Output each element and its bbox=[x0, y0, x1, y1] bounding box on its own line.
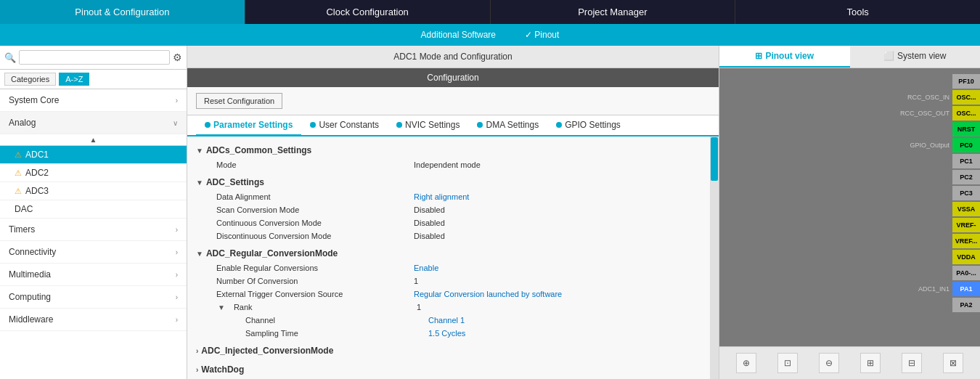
tab-dot-icon bbox=[477, 122, 483, 128]
pin-box-pa1[interactable]: PA1 bbox=[952, 282, 980, 296]
section-header-watchdog[interactable]: › WatchDog bbox=[196, 362, 701, 378]
config-row-mode: Mode Independent mode bbox=[196, 158, 701, 171]
pin-box-vdda[interactable]: VDDA bbox=[952, 250, 980, 264]
right-bottom-toolbar: ⊕ ⊡ ⊖ ⊞ ⊟ ⊠ bbox=[719, 346, 980, 379]
sidebar: 🔍 ⚙ Categories A->Z System Core › Analog… bbox=[0, 46, 187, 379]
row-value: Disabled bbox=[414, 232, 445, 240]
pin-row-osc-out: RCC_OSC_OUT OSC... bbox=[900, 106, 980, 121]
center-panel: ADC1 Mode and Configuration Configuratio… bbox=[187, 46, 719, 379]
pin-row-osc-in: RCC_OSC_IN OSC... bbox=[900, 90, 980, 105]
section-title: ADC_Regular_ConversionMode bbox=[206, 248, 338, 258]
center-scrollbar[interactable] bbox=[710, 136, 719, 379]
pinout-view: PF10 RCC_OSC_IN OSC... RCC_OSC_OUT OSC..… bbox=[719, 68, 980, 346]
pinout-link[interactable]: ✓ Pinout bbox=[525, 30, 559, 40]
export-button-1[interactable]: ⊞ bbox=[860, 353, 881, 373]
section-title: WatchDog bbox=[201, 364, 244, 375]
config-row-ext-trigger: External Trigger Conversion Source Regul… bbox=[196, 288, 701, 301]
more-button[interactable]: ⊠ bbox=[943, 353, 963, 373]
sidebar-item-middleware[interactable]: Middleware › bbox=[0, 309, 187, 331]
nav-tools[interactable]: Tools bbox=[735, 0, 980, 24]
sidebar-item-computing[interactable]: Computing › bbox=[0, 286, 187, 309]
tab-system-view[interactable]: ⬜ System view bbox=[850, 46, 981, 68]
pin-box-pa0[interactable]: PA0-... bbox=[952, 266, 980, 280]
sidebar-item-system-core[interactable]: System Core › bbox=[0, 89, 187, 112]
sidebar-sub-item-label: DAC bbox=[15, 204, 33, 214]
sidebar-sub-item-label: ADC2 bbox=[25, 168, 49, 178]
pin-box-nrst[interactable]: NRST bbox=[952, 122, 980, 136]
row-label: External Trigger Conversion Source bbox=[211, 290, 414, 298]
reset-configuration-button[interactable]: Reset Configuration bbox=[196, 93, 282, 109]
section-title: ADC_Injected_ConversionMode bbox=[201, 346, 333, 356]
sidebar-item-analog[interactable]: Analog ∨ bbox=[0, 112, 187, 134]
tab-gpio-settings[interactable]: GPIO Settings bbox=[547, 115, 629, 136]
row-label: Channel bbox=[240, 316, 428, 325]
tab-dma-settings[interactable]: DMA Settings bbox=[468, 115, 547, 136]
pin-box-pc1[interactable]: PC1 bbox=[952, 154, 980, 168]
sidebar-item-label: Multimedia bbox=[9, 269, 51, 280]
section-header-adc-settings[interactable]: ▼ ADC_Settings bbox=[196, 174, 701, 190]
pin-row-vssa: VSSA bbox=[900, 202, 980, 216]
sidebar-search-bar: 🔍 ⚙ bbox=[0, 46, 187, 70]
pin-box-pa2[interactable]: PA2 bbox=[952, 298, 980, 312]
tab-parameter-settings[interactable]: Parameter Settings bbox=[196, 115, 301, 136]
chip-icon: ⬜ bbox=[883, 51, 894, 61]
pin-box-vssa[interactable]: VSSA bbox=[952, 202, 980, 216]
pin-row-vref-: VREF- bbox=[900, 218, 980, 232]
chevron-right-icon: › bbox=[176, 226, 178, 234]
pin-label: RCC_OSC_OUT bbox=[900, 110, 950, 117]
tab-nvic-settings[interactable]: NVIC Settings bbox=[388, 115, 468, 136]
sidebar-item-dac[interactable]: DAC bbox=[0, 200, 187, 219]
tab-user-constants[interactable]: User Constants bbox=[301, 115, 388, 136]
sidebar-item-adc2[interactable]: ⚠ ADC2 bbox=[0, 164, 187, 182]
pin-box-vref+[interactable]: VREF... bbox=[952, 234, 980, 248]
fit-view-button[interactable]: ⊡ bbox=[777, 353, 798, 373]
sidebar-item-timers[interactable]: Timers › bbox=[0, 219, 187, 241]
section-header-adc-regular[interactable]: ▼ ADC_Regular_ConversionMode bbox=[196, 245, 701, 261]
row-value: Disabled bbox=[414, 205, 445, 214]
tab-categories[interactable]: Categories bbox=[4, 73, 56, 86]
search-input[interactable] bbox=[19, 50, 170, 65]
tab-pinout-view[interactable]: ⊞ Pinout view bbox=[719, 46, 850, 68]
nav-clock[interactable]: Clock Configuration bbox=[245, 0, 491, 24]
tab-az[interactable]: A->Z bbox=[59, 73, 89, 86]
section-header-adc-injected[interactable]: › ADC_Injected_ConversionMode bbox=[196, 343, 701, 359]
sidebar-item-label: Computing bbox=[9, 292, 51, 302]
sidebar-item-multimedia[interactable]: Multimedia › bbox=[0, 264, 187, 286]
section-header-adc-common[interactable]: ▼ ADCs_Common_Settings bbox=[196, 142, 701, 158]
pin-box-osc-in[interactable]: OSC... bbox=[952, 90, 980, 105]
nav-project[interactable]: Project Manager bbox=[491, 0, 736, 24]
sort-up-icon[interactable]: ▲ bbox=[90, 136, 97, 144]
row-label: Number Of Conversion bbox=[211, 277, 414, 285]
main-layout: 🔍 ⚙ Categories A->Z System Core › Analog… bbox=[0, 46, 980, 379]
pin-box-pc2[interactable]: PC2 bbox=[952, 170, 980, 184]
pin-label: ADC1_IN1 bbox=[918, 285, 950, 293]
sidebar-item-adc3[interactable]: ⚠ ADC3 bbox=[0, 182, 187, 200]
nav-pinout[interactable]: Pinout & Configuration bbox=[0, 0, 245, 24]
sidebar-item-adc1[interactable]: ⚠ ADC1 bbox=[0, 146, 187, 164]
pin-box-vref-[interactable]: VREF- bbox=[952, 218, 980, 232]
pin-box-pc0[interactable]: PC0 bbox=[952, 138, 980, 152]
config-row-rank: ▼ Rank 1 bbox=[196, 301, 701, 314]
section-adc-regular: ▼ ADC_Regular_ConversionMode Enable Regu… bbox=[196, 245, 701, 340]
pin-row-pc1: PC1 bbox=[900, 154, 980, 168]
pin-box-pc3[interactable]: PC3 bbox=[952, 186, 980, 200]
config-toolbar: Reset Configuration bbox=[187, 87, 719, 115]
zoom-in-button[interactable]: ⊕ bbox=[736, 353, 756, 373]
pin-row-pf10: PF10 bbox=[900, 74, 980, 89]
pin-row-pc2: PC2 bbox=[900, 170, 980, 184]
sidebar-sub-item-label: ADC3 bbox=[25, 186, 49, 196]
collapse-arrow-icon: ▼ bbox=[196, 179, 203, 187]
more-icon: ⊠ bbox=[950, 358, 957, 368]
gear-icon[interactable]: ⚙ bbox=[173, 52, 182, 63]
zoom-out-button[interactable]: ⊖ bbox=[819, 353, 839, 373]
chevron-down-icon: ∨ bbox=[173, 119, 178, 127]
search-icon: 🔍 bbox=[4, 52, 16, 63]
sidebar-list: System Core › Analog ∨ ▲ ⚠ ADC1 ⚠ ADC2 ⚠… bbox=[0, 89, 187, 379]
pin-list: PF10 RCC_OSC_IN OSC... RCC_OSC_OUT OSC..… bbox=[900, 74, 980, 313]
scrollbar-thumb[interactable] bbox=[711, 137, 718, 181]
export-button-2[interactable]: ⊟ bbox=[902, 353, 922, 373]
pin-box-pf10[interactable]: PF10 bbox=[952, 74, 980, 89]
additional-software-link[interactable]: Additional Software bbox=[421, 30, 496, 40]
pin-box-osc-out[interactable]: OSC... bbox=[952, 106, 980, 121]
sidebar-item-connectivity[interactable]: Connectivity › bbox=[0, 241, 187, 264]
